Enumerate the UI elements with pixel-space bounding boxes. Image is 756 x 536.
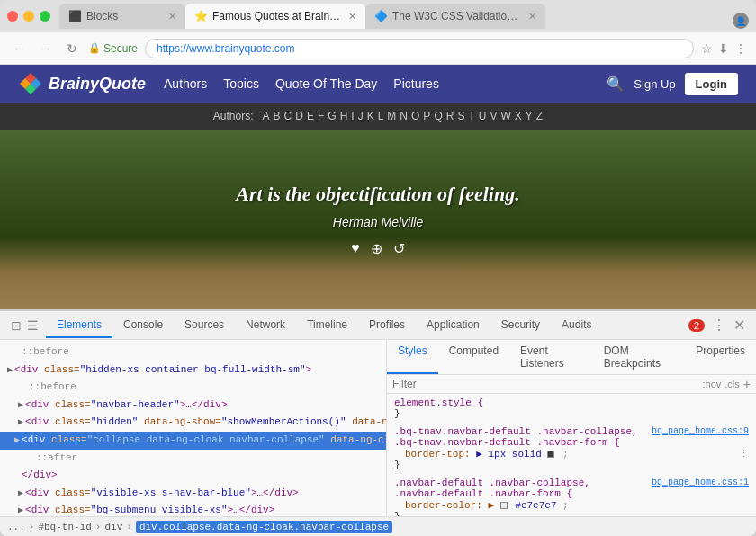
letter-y[interactable]: Y	[526, 110, 533, 122]
refresh-icon[interactable]: ↺	[393, 240, 405, 257]
tab-console[interactable]: Console	[112, 313, 174, 338]
dom-line[interactable]: ▶<div class="hidden" data-ng-show="showM…	[0, 414, 386, 432]
profile-avatar[interactable]: 👤	[733, 13, 749, 29]
letter-m[interactable]: M	[387, 110, 396, 122]
tab-timeline[interactable]: Timeline	[296, 313, 358, 338]
letter-f[interactable]: F	[318, 110, 324, 122]
search-icon[interactable]: 🔍	[607, 76, 625, 93]
filter-hov[interactable]: :hov	[703, 379, 722, 389]
styles-tab-styles[interactable]: Styles	[387, 340, 438, 374]
bc-ellipsis[interactable]: ...	[7, 522, 25, 532]
letter-g[interactable]: G	[328, 110, 336, 122]
tab-blocks[interactable]: ⬛ Blocks ✕	[59, 4, 185, 29]
nav-pictures[interactable]: Pictures	[393, 76, 439, 91]
maximize-button[interactable]	[40, 11, 50, 22]
tab-audits[interactable]: Audits	[551, 313, 602, 338]
nav-authors[interactable]: Authors	[164, 76, 207, 91]
tab-brainyquote[interactable]: ⭐ Famous Quotes at BrainyQuote... ✕	[185, 4, 365, 29]
devtools-more-icon[interactable]: ⋮	[712, 317, 726, 334]
letter-j[interactable]: J	[358, 110, 364, 122]
sign-up-button[interactable]: Sign Up	[634, 77, 675, 91]
tab-elements[interactable]: Elements	[46, 313, 112, 338]
close-button[interactable]	[7, 11, 18, 22]
settings-icon[interactable]: ⋮	[734, 41, 747, 56]
back-button[interactable]: ←	[9, 40, 29, 58]
dom-line[interactable]: ▶<div class="visible-xs s-nav-bar-blue">…	[0, 485, 386, 503]
tab-sources[interactable]: Sources	[174, 313, 235, 338]
devtools-breadcrumb: ... › #bq-tn-id › div › div.collapse.dat…	[0, 516, 756, 536]
quote-author: Herman Melville	[333, 215, 423, 229]
tab-security[interactable]: Security	[490, 313, 551, 338]
letter-x[interactable]: X	[515, 110, 522, 122]
letter-k[interactable]: K	[367, 110, 374, 122]
letter-s[interactable]: S	[457, 110, 464, 122]
letter-i[interactable]: I	[351, 110, 354, 122]
like-icon[interactable]: ♥	[351, 240, 360, 257]
letter-e[interactable]: E	[307, 110, 314, 122]
css-more-btn[interactable]: ⋮	[739, 448, 749, 460]
letter-a[interactable]: A	[263, 110, 270, 122]
devtools-close-icon[interactable]: ✕	[734, 317, 745, 334]
forward-button[interactable]: →	[36, 40, 56, 58]
tab-brainyquote-title: Famous Quotes at BrainyQuote...	[212, 10, 343, 22]
devtools-icons-left: ⊡ ☰	[4, 318, 46, 333]
letter-d[interactable]: D	[295, 110, 303, 122]
download-icon[interactable]: ⬇	[718, 41, 729, 56]
dom-line-selected[interactable]: ▶<div class="collapse data-ng-cloak navb…	[0, 432, 386, 450]
tab-profiles[interactable]: Profiles	[358, 313, 416, 338]
filter-cls[interactable]: .cls	[724, 379, 740, 389]
nav-topics[interactable]: Topics	[223, 76, 259, 91]
devtools-tabs: Elements Console Sources Network Timelin…	[46, 313, 688, 338]
bc-selected[interactable]: div.collapse.data-ng-cloak.navbar-collap…	[136, 521, 392, 533]
letter-n[interactable]: N	[400, 110, 408, 122]
letter-b[interactable]: B	[274, 110, 281, 122]
share-icon[interactable]: ⊕	[371, 240, 382, 257]
css-property: border-color: ▶ #e7e7e7 ;	[394, 500, 569, 511]
w3c-icon: 🔷	[374, 10, 387, 22]
tab-network[interactable]: Network	[235, 313, 296, 338]
letter-w[interactable]: W	[500, 110, 510, 122]
letter-z[interactable]: Z	[536, 110, 543, 122]
css-source-link[interactable]: bq_page_home.css:1	[652, 478, 749, 487]
letter-q[interactable]: Q	[434, 110, 442, 122]
bookmark-icon[interactable]: ☆	[701, 41, 713, 56]
bc-id[interactable]: #bq-tn-id	[38, 522, 91, 532]
brainyquote-logo-icon	[18, 71, 43, 96]
lock-icon: 🔒	[88, 42, 101, 54]
letter-t[interactable]: T	[468, 110, 474, 122]
login-button[interactable]: Login	[685, 73, 738, 95]
device-toggle-icon[interactable]: ☰	[27, 318, 39, 333]
brainyquote-logo[interactable]: BrainyQuote	[18, 71, 146, 96]
styles-tab-properties[interactable]: Properties	[685, 340, 756, 374]
styles-filter-input[interactable]	[392, 378, 699, 390]
dom-line[interactable]: ▶<div class="hidden-xs container bq-full…	[0, 362, 386, 380]
letter-v[interactable]: V	[490, 110, 497, 122]
letter-l[interactable]: L	[378, 110, 384, 122]
letter-o[interactable]: O	[411, 110, 419, 122]
letter-p[interactable]: P	[423, 110, 430, 122]
tab-w3c[interactable]: 🔷 The W3C CSS Validation Servi... ✕	[365, 4, 545, 29]
tab-application[interactable]: Application	[416, 313, 490, 338]
styles-tab-computed[interactable]: Computed	[438, 340, 509, 374]
nav-quote-of-day[interactable]: Quote Of The Day	[275, 76, 377, 91]
letter-h[interactable]: H	[340, 110, 348, 122]
styles-tab-event-listeners[interactable]: Event Listeners	[509, 340, 593, 374]
reload-button[interactable]: ↻	[63, 40, 81, 58]
tab-blocks-close[interactable]: ✕	[168, 11, 176, 22]
quote-actions: ♥ ⊕ ↺	[351, 240, 405, 257]
element-picker-icon[interactable]: ⊡	[11, 318, 22, 333]
filter-add-icon[interactable]: +	[743, 377, 751, 391]
minimize-button[interactable]	[23, 11, 34, 22]
dom-line[interactable]: ▶<div class="navbar-header">…</div>	[0, 397, 386, 415]
css-source-link[interactable]: bq_page_home.css:9	[652, 426, 749, 436]
url-bar[interactable]: https://www.brainyquote.com	[145, 39, 694, 58]
letter-c[interactable]: C	[284, 110, 292, 122]
styles-tab-dom-breakpoints[interactable]: DOM Breakpoints	[593, 340, 686, 374]
tab-blocks-title: Blocks	[86, 10, 163, 22]
tab-w3c-close[interactable]: ✕	[528, 11, 536, 22]
dom-line[interactable]: ▶<div class="bq-submenu visible-xs">…</d…	[0, 502, 386, 516]
letter-r[interactable]: R	[446, 110, 454, 122]
bc-div[interactable]: div	[104, 522, 122, 532]
tab-brainyquote-close[interactable]: ✕	[348, 11, 356, 22]
letter-u[interactable]: U	[479, 110, 487, 122]
